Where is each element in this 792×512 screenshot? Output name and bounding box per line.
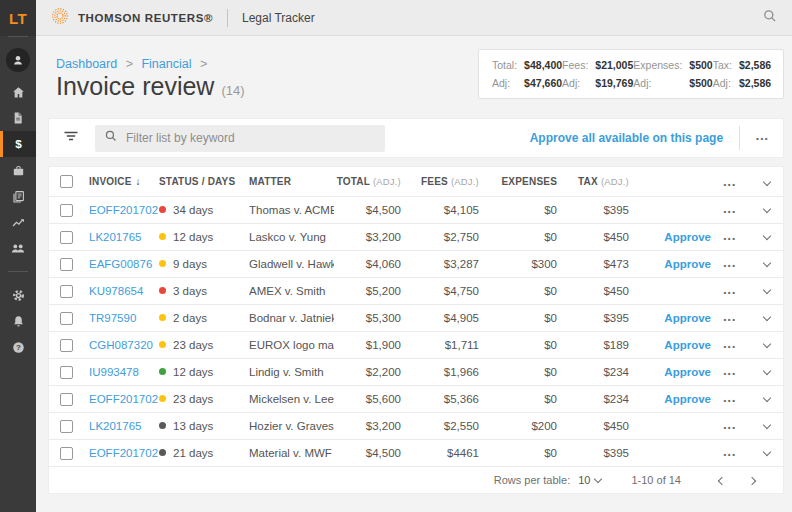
expenses-cell: $0 xyxy=(479,231,557,243)
row-expand-icon[interactable] xyxy=(763,313,771,321)
sidebar-item-notifications[interactable] xyxy=(0,308,36,334)
invoice-link[interactable]: EOFF201702 xyxy=(89,447,158,459)
previous-page-button[interactable] xyxy=(707,474,737,486)
sidebar-item-home[interactable] xyxy=(0,79,36,105)
status-days: 13 days xyxy=(173,420,213,432)
row-checkbox[interactable] xyxy=(60,420,73,433)
row-expand-icon[interactable] xyxy=(763,394,771,402)
header-collapse-icon[interactable] xyxy=(763,177,771,185)
sidebar-item-settings[interactable] xyxy=(0,282,36,308)
status-dot xyxy=(159,341,166,348)
row-more-icon[interactable]: ••• xyxy=(724,207,737,216)
row-checkbox[interactable] xyxy=(60,258,73,271)
row-expand-icon[interactable] xyxy=(763,421,771,429)
expenses-header[interactable]: EXPENSES xyxy=(479,176,557,187)
total-cell: $5,600 xyxy=(334,393,401,405)
row-more-icon[interactable]: ••• xyxy=(724,261,737,270)
svg-text:?: ? xyxy=(16,343,21,352)
status-dot xyxy=(159,395,166,402)
row-expand-icon[interactable] xyxy=(763,259,771,267)
invoice-link[interactable]: EOFF201702 xyxy=(89,393,158,405)
invoice-link[interactable]: LK201765 xyxy=(89,420,141,432)
app-logo[interactable]: LT xyxy=(0,0,36,36)
row-checkbox[interactable] xyxy=(60,393,73,406)
header-more-icon[interactable]: ••• xyxy=(724,180,737,189)
invoice-link[interactable]: LK201765 xyxy=(89,231,141,243)
sidebar-item-financial[interactable]: $ xyxy=(0,131,36,157)
sidebar-item-help[interactable]: ? xyxy=(0,334,36,360)
row-expand-icon[interactable] xyxy=(763,205,771,213)
filter-input[interactable] xyxy=(126,131,376,145)
total-cell: $1,900 xyxy=(334,339,401,351)
row-checkbox[interactable] xyxy=(60,339,73,352)
next-page-button[interactable] xyxy=(737,474,767,486)
row-more-icon[interactable]: ••• xyxy=(724,342,737,351)
approve-button[interactable]: Approve xyxy=(664,258,711,270)
row-more-icon[interactable]: ••• xyxy=(724,423,737,432)
tax-header[interactable]: TAX (ADJ.) xyxy=(557,176,629,187)
toolbar-divider xyxy=(739,126,740,150)
approve-all-link[interactable]: Approve all available on this page xyxy=(530,131,723,145)
approve-button[interactable]: Approve xyxy=(664,366,711,378)
row-more-icon[interactable]: ••• xyxy=(724,288,737,297)
approve-button[interactable]: Approve xyxy=(664,393,711,405)
filter-icon[interactable] xyxy=(63,128,79,148)
matter-header[interactable]: MATTER xyxy=(249,176,334,187)
sidebar-item-news[interactable] xyxy=(0,183,36,209)
summary-value: $2,586 xyxy=(739,59,771,71)
approve-button[interactable]: Approve xyxy=(664,231,711,243)
row-checkbox[interactable] xyxy=(60,285,73,298)
status-header[interactable]: STATUS / DAYS xyxy=(159,176,249,187)
row-checkbox[interactable] xyxy=(60,204,73,217)
row-more-icon[interactable]: ••• xyxy=(724,315,737,324)
invoice-header[interactable]: INVOICE↓ xyxy=(89,176,159,187)
breadcrumb-financial[interactable]: Financial xyxy=(141,57,191,71)
summary-tax: Tax: $2,586 Adj: $2,586 xyxy=(713,59,771,89)
total-header[interactable]: TOTAL (ADJ.) xyxy=(334,176,401,187)
invoice-link[interactable]: TR97590 xyxy=(89,312,136,324)
row-more-icon[interactable]: ••• xyxy=(724,396,737,405)
status-dot xyxy=(159,206,166,213)
invoice-link[interactable]: EAFG00876 xyxy=(89,258,152,270)
matter-cell: Lindig v. Smith xyxy=(249,366,334,378)
approve-button[interactable]: Approve xyxy=(664,339,711,351)
row-more-icon[interactable]: ••• xyxy=(724,234,737,243)
invoice-link[interactable]: EOFF201702 xyxy=(89,204,158,216)
rows-per-table-select[interactable]: 10 xyxy=(578,474,590,486)
fees-header[interactable]: FEES (ADJ.) xyxy=(401,176,479,187)
row-checkbox[interactable] xyxy=(60,447,73,460)
status-dot xyxy=(159,449,166,456)
sidebar-item-matters[interactable] xyxy=(0,157,36,183)
status-dot xyxy=(159,368,166,375)
search-icon[interactable] xyxy=(762,8,778,28)
sidebar-item-profile[interactable] xyxy=(0,43,36,77)
row-expand-icon[interactable] xyxy=(763,367,771,375)
summary-value: $48,400 xyxy=(524,59,562,71)
sidebar-item-documents[interactable] xyxy=(0,105,36,131)
sidebar-item-people[interactable] xyxy=(0,235,36,261)
summary-value: $21,005 xyxy=(595,59,633,71)
row-expand-icon[interactable] xyxy=(763,448,771,456)
invoice-link[interactable]: KU978654 xyxy=(89,285,143,297)
row-checkbox[interactable] xyxy=(60,312,73,325)
row-expand-icon[interactable] xyxy=(763,232,771,240)
fees-cell: $4,105 xyxy=(401,204,479,216)
select-all-checkbox[interactable] xyxy=(60,175,73,188)
toolbar-more-icon[interactable]: ••• xyxy=(756,134,769,143)
approve-button[interactable]: Approve xyxy=(664,312,711,324)
row-checkbox[interactable] xyxy=(60,366,73,379)
invoice-link[interactable]: IU993478 xyxy=(89,366,139,378)
row-more-icon[interactable]: ••• xyxy=(724,369,737,378)
row-expand-icon[interactable] xyxy=(763,286,771,294)
row-more-icon[interactable]: ••• xyxy=(724,450,737,459)
tax-cell: $395 xyxy=(557,204,629,216)
invoice-link[interactable]: CGH087320 xyxy=(89,339,153,351)
breadcrumb-dashboard[interactable]: Dashboard xyxy=(56,57,117,71)
summary-adj-value: $19,769 xyxy=(595,77,633,89)
row-expand-icon[interactable] xyxy=(763,340,771,348)
rows-per-table-chevron-icon[interactable] xyxy=(594,474,602,482)
row-checkbox[interactable] xyxy=(60,231,73,244)
sidebar-item-analytics[interactable] xyxy=(0,209,36,235)
sort-desc-icon[interactable]: ↓ xyxy=(136,176,141,187)
tax-cell: $395 xyxy=(557,447,629,459)
